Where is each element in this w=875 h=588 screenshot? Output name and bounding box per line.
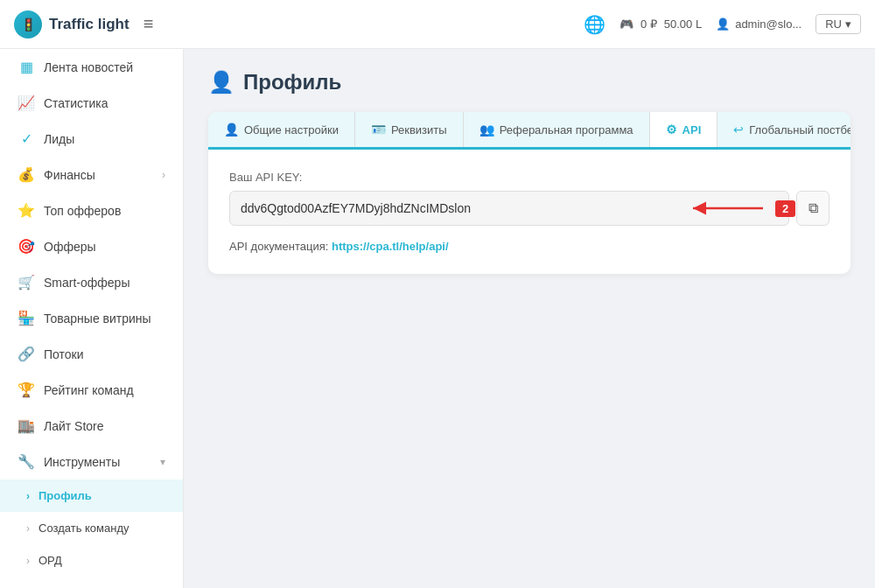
flows-icon: 🔗	[18, 346, 35, 362]
stats-icon: 📈	[18, 94, 35, 111]
page-title: 👤 Профиль	[208, 70, 850, 94]
sidebar-item-rating[interactable]: 🏆 Рейтинг команд	[0, 372, 183, 408]
tab-bar: 👤 Общие настройки 🪪 Реквизиты 👥 Рефераль…	[208, 112, 850, 150]
lite-store-icon: 🏬	[18, 417, 35, 434]
page-title-icon: 👤	[208, 70, 234, 94]
page-title-text: Профиль	[243, 70, 341, 94]
username: admin@slo...	[735, 18, 802, 31]
api-key-input[interactable]	[229, 191, 789, 226]
sidebar: ▦ Лента новостей 📈 Статистика ✓ Лиды 💰 Ф…	[0, 49, 184, 588]
sidebar-item-leads[interactable]: ✓ Лиды	[0, 121, 183, 157]
sidebar-item-ord[interactable]: › ОРД	[0, 544, 183, 577]
sidebar-item-label: Офферы	[44, 240, 96, 254]
sidebar-item-profile[interactable]: › Профиль	[0, 480, 183, 512]
sidebar-item-label: Профиль	[38, 489, 92, 502]
sidebar-item-label: Финансы	[44, 168, 95, 182]
user-icon: 👤	[716, 18, 730, 31]
logo-icon: 🚦	[14, 10, 42, 38]
chevron-down-icon: ▾	[160, 456, 165, 468]
api-key-label: Ваш API KEY:	[229, 171, 830, 184]
arrow-bullet: ›	[26, 555, 30, 567]
sidebar-item-news[interactable]: ▦ Лента новостей	[0, 49, 183, 85]
tab-general-icon: 👤	[224, 122, 239, 136]
tab-requisites-label: Реквизиты	[391, 123, 447, 136]
sidebar-item-showcases[interactable]: 🏪 Товарные витрины	[0, 300, 183, 336]
tab-postback-label: Глобальный постбек	[749, 123, 850, 136]
arrow-bullet: ›	[26, 490, 30, 502]
finance-icon: 💰	[18, 166, 35, 183]
copy-button[interactable]: ⧉	[796, 191, 830, 226]
sidebar-item-label: Статистика	[44, 96, 108, 110]
main-content: 👤 Профиль 👤 Общие настройки 🪪 Реквизиты …	[184, 49, 875, 588]
header-balance: 🎮 0 ₽ 50.00 L	[620, 18, 702, 31]
sidebar-item-label: Лента новостей	[44, 60, 133, 74]
app-title: Traffic light	[49, 16, 130, 33]
tab-requisites-icon: 🪪	[371, 122, 386, 136]
header: 🚦 Traffic light ≡ 🌐 🎮 0 ₽ 50.00 L 👤 admi…	[0, 0, 875, 49]
api-key-row-wrapper: ⧉ 2	[229, 191, 830, 226]
top-offers-icon: ⭐	[18, 202, 35, 219]
tab-referral-label: Реферальная программа	[500, 123, 634, 136]
sidebar-item-offers[interactable]: 🎯 Офферы	[0, 228, 183, 264]
chevron-down-icon: ▾	[845, 18, 851, 31]
layout: ▦ Лента новостей 📈 Статистика ✓ Лиды 💰 Ф…	[0, 49, 875, 588]
sidebar-item-finance[interactable]: 💰 Финансы ›	[0, 157, 183, 192]
sidebar-item-create-team[interactable]: › Создать команду	[0, 512, 183, 544]
language-selector[interactable]: RU ▾	[816, 14, 861, 34]
smart-offers-icon: 🛒	[18, 274, 35, 290]
sidebar-item-label: Потоки	[44, 347, 84, 361]
tab-postback[interactable]: ↩ Глобальный постбек	[718, 112, 850, 147]
header-right: 🌐 🎮 0 ₽ 50.00 L 👤 admin@slo... RU ▾	[584, 14, 861, 35]
leads-icon: ✓	[18, 130, 35, 147]
sidebar-item-label: Лиды	[44, 132, 74, 146]
profile-card: 👤 Общие настройки 🪪 Реквизиты 👥 Рефераль…	[208, 112, 850, 274]
balance-value: 0 ₽	[640, 18, 657, 31]
tab-requisites[interactable]: 🪪 Реквизиты	[355, 112, 464, 147]
rating-icon: 🏆	[18, 382, 35, 398]
sidebar-item-lite-store[interactable]: 🏬 Лайт Store	[0, 408, 183, 444]
lang-label: RU	[825, 18, 842, 31]
news-icon: ▦	[18, 59, 35, 75]
sidebar-item-label: Топ офферов	[44, 204, 121, 218]
sidebar-item-label: Лайт Store	[44, 419, 104, 433]
sidebar-item-flows[interactable]: 🔗 Потоки	[0, 336, 183, 372]
api-doc-link[interactable]: https://cpa.tl/help/api/	[332, 240, 449, 253]
sidebar-item-top-offers[interactable]: ⭐ Топ офферов	[0, 192, 183, 228]
header-left: 🚦 Traffic light ≡	[14, 10, 157, 38]
tab-api-content: Ваш API KEY: ⧉	[208, 150, 850, 274]
api-doc: API документация: https://cpa.tl/help/ap…	[229, 240, 830, 253]
tab-referral-icon: 👥	[480, 122, 494, 136]
tab-postback-icon: ↩	[733, 122, 744, 136]
chevron-right-icon: ›	[162, 169, 165, 181]
tab-referral[interactable]: 👥 Реферальная программа	[464, 112, 650, 147]
offers-icon: 🎯	[18, 238, 35, 255]
sidebar-item-label: Создать команду	[38, 522, 130, 535]
tools-icon: 🔧	[18, 453, 35, 470]
sidebar-item-label: Рейтинг команд	[44, 383, 134, 397]
tokens-value: 50.00 L	[664, 18, 702, 31]
copy-icon: ⧉	[808, 200, 818, 216]
globe-icon[interactable]: 🌐	[584, 14, 606, 35]
sidebar-item-smart-offers[interactable]: 🛒 Smart-офферы	[0, 264, 183, 300]
tab-api-label: API	[682, 123, 702, 136]
sidebar-item-tools[interactable]: 🔧 Инструменты ▾	[0, 444, 183, 480]
sidebar-item-label: Smart-офферы	[44, 276, 130, 290]
sidebar-profile-wrapper: › Профиль 1	[0, 480, 183, 512]
tab-general-label: Общие настройки	[244, 123, 339, 136]
api-doc-label: API документация:	[229, 240, 328, 253]
tab-api[interactable]: ⚙ API	[650, 112, 718, 150]
showcases-icon: 🏪	[18, 310, 35, 326]
sidebar-item-stats[interactable]: 📈 Статистика	[0, 85, 183, 121]
sidebar-item-label: Инструменты	[44, 455, 120, 469]
menu-toggle-button[interactable]: ≡	[140, 10, 158, 38]
balance-icon: 🎮	[620, 18, 634, 31]
sidebar-item-label: Товарные витрины	[44, 312, 151, 326]
user-menu[interactable]: 👤 admin@slo...	[716, 18, 802, 31]
logo: 🚦 Traffic light	[14, 10, 130, 38]
sidebar-item-label: ОРД	[38, 554, 62, 567]
arrow-bullet: ›	[26, 522, 30, 535]
tab-api-icon: ⚙	[666, 122, 677, 136]
api-key-row: ⧉	[229, 191, 830, 226]
tab-general[interactable]: 👤 Общие настройки	[208, 112, 355, 147]
